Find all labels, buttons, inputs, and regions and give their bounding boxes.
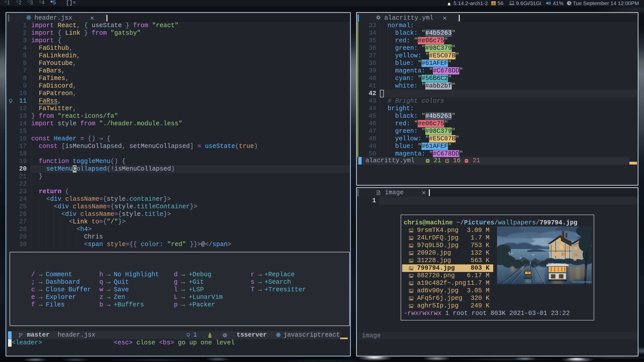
svg-text:www.DesktopBackground.org: www.DesktopBackground.org bbox=[572, 281, 592, 283]
